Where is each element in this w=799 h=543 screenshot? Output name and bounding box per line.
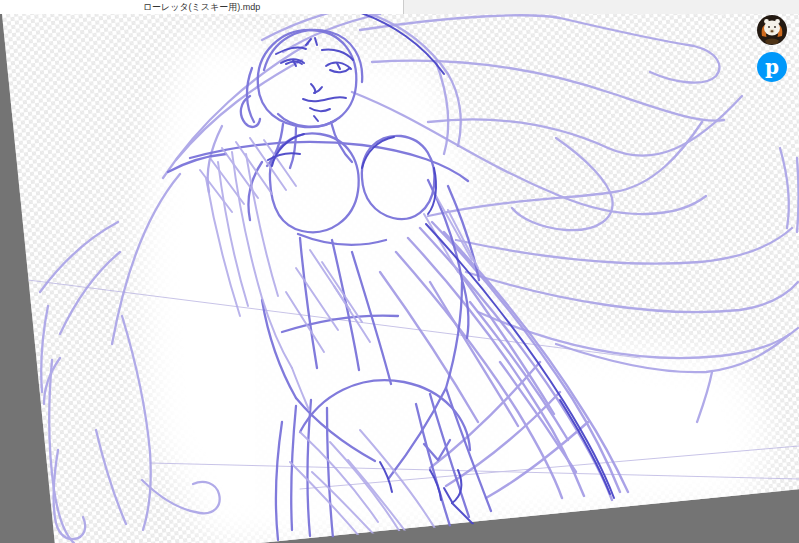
pixiv-letter: p bbox=[765, 55, 779, 79]
pixiv-icon: p bbox=[757, 52, 787, 82]
active-document-tab[interactable]: ローレッタ(ミスキー用).mdp bbox=[0, 0, 404, 14]
document-tab-bar: ローレッタ(ミスキー用).mdp bbox=[0, 0, 799, 14]
canvas-paint-layer bbox=[2, 0, 799, 543]
pixiv-share-button[interactable]: p bbox=[757, 52, 787, 82]
app-window: ローレッタ(ミスキー用).mdp p bbox=[0, 0, 799, 543]
drawing-canvas[interactable] bbox=[2, 0, 799, 543]
white-paint-area bbox=[112, 0, 777, 543]
avatar-icon bbox=[757, 15, 787, 45]
document-filename: ローレッタ(ミスキー用).mdp bbox=[143, 0, 260, 14]
user-avatar-button[interactable] bbox=[757, 15, 787, 45]
